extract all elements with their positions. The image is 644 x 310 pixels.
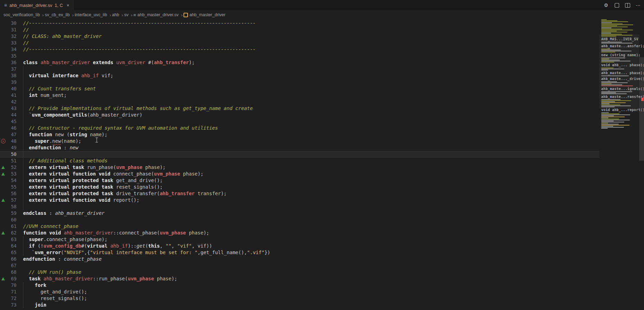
code-line[interactable]: 49 endfunction : new <box>0 144 599 151</box>
gutter-arrow[interactable] <box>0 171 6 177</box>
gutter[interactable] <box>0 59 6 66</box>
line-content[interactable]: extern virtual function void connect_pha… <box>23 171 204 177</box>
line-content[interactable]: // CLASS: ahb_master_driver <box>23 33 102 40</box>
code-line[interactable]: 50 <box>0 151 599 158</box>
code-line[interactable]: 42 <box>0 99 599 105</box>
gutter[interactable] <box>0 125 6 131</box>
gutter[interactable] <box>0 144 6 151</box>
gutter[interactable] <box>0 190 6 197</box>
gutter-error[interactable]: ✕ <box>0 138 6 144</box>
line-number[interactable]: 40 <box>6 86 17 92</box>
line-content[interactable]: // Provide implmentations of virtual met… <box>23 105 253 112</box>
gutter[interactable] <box>0 118 6 125</box>
more-actions-icon[interactable]: ⋯ <box>635 2 641 8</box>
code-line[interactable]: 44 `uvm_component_utils(ahb_master_drive… <box>0 112 599 118</box>
line-number[interactable]: 34 <box>6 46 17 53</box>
gutter[interactable] <box>0 20 6 27</box>
code-line[interactable]: 62function void ahb_master_driver::conne… <box>0 230 599 236</box>
line-number[interactable]: 32 <box>6 33 17 40</box>
gutter[interactable] <box>0 66 6 72</box>
line-number[interactable]: 33 <box>6 40 17 46</box>
line-number[interactable]: 31 <box>6 27 17 33</box>
code-line[interactable]: 64 if (!uvm_config_db#(virtual ahb_if)::… <box>0 243 599 249</box>
code-line[interactable]: 61//UVM connect_phase <box>0 223 599 230</box>
line-number[interactable]: 36 <box>6 59 17 66</box>
gutter[interactable] <box>0 99 6 105</box>
line-number[interactable]: 41 <box>6 92 17 99</box>
line-number[interactable]: 70 <box>6 282 17 289</box>
line-content[interactable]: task ahb_master_driver::run_phase(uvm_ph… <box>23 276 177 282</box>
gutter[interactable] <box>0 184 6 190</box>
code-line[interactable]: 60 <box>0 217 599 223</box>
line-content[interactable]: //UVM connect_phase <box>23 223 78 230</box>
gutter[interactable] <box>0 236 6 243</box>
gutter[interactable] <box>0 27 6 33</box>
code-line[interactable]: 34//------------------------------------… <box>0 46 599 53</box>
line-content[interactable]: `uvm_error("NOVIF",{"virtual interface m… <box>23 249 270 256</box>
gutter[interactable] <box>0 79 6 86</box>
gutter[interactable] <box>0 46 6 53</box>
line-content[interactable]: `uvm_component_utils(ahb_master_driver) <box>23 112 142 118</box>
line-content[interactable]: extern virtual protected task drive_tran… <box>23 190 227 197</box>
code-line[interactable]: 51 // Additional class methods <box>0 158 599 164</box>
line-number[interactable]: 72 <box>6 295 17 302</box>
line-content[interactable]: function new (string name); <box>23 131 107 138</box>
layout-icon[interactable] <box>614 2 620 8</box>
line-content[interactable]: get_and_drive(); <box>23 289 87 295</box>
line-number[interactable]: 73 <box>6 302 17 308</box>
code-line[interactable]: 54 extern virtual protected task get_and… <box>0 177 599 184</box>
line-content[interactable]: // UVM run() phase <box>23 269 81 276</box>
line-content[interactable]: //--------------------------------------… <box>23 20 256 27</box>
code-line[interactable]: 33// <box>0 40 599 46</box>
line-number[interactable]: 60 <box>6 217 17 223</box>
breadcrumb-item-interface-uvc-lib[interactable]: interface_uvc_lib› <box>75 12 111 18</box>
breadcrumb-item-ahb[interactable]: ahb› <box>112 12 123 18</box>
line-content[interactable]: super.connect_phase(phase); <box>23 236 107 243</box>
line-number[interactable]: 42 <box>6 99 17 105</box>
code-line[interactable]: ✕48 super.new(name); <box>0 138 599 144</box>
code-line[interactable]: 73 join <box>0 302 599 308</box>
code-line[interactable]: 35 <box>0 53 599 59</box>
breadcrumb-item-sv-cb-ex-lib[interactable]: sv_cb_ex_lib› <box>45 12 74 18</box>
gutter[interactable] <box>0 256 6 262</box>
line-number[interactable]: 38 <box>6 72 17 79</box>
gutter[interactable] <box>0 282 6 289</box>
gutter[interactable] <box>0 302 6 308</box>
code-line[interactable]: 69 task ahb_master_driver::run_phase(uvm… <box>0 276 599 282</box>
line-number[interactable]: 69 <box>6 276 17 282</box>
gutter[interactable] <box>0 243 6 249</box>
line-number[interactable]: 44 <box>6 112 17 118</box>
code-line[interactable]: 47 function new (string name); <box>0 131 599 138</box>
close-icon[interactable]: × <box>67 3 69 8</box>
tab-ahb-master-driver[interactable]: ≡ ahb_master_driver.sv 1, C × <box>0 0 74 10</box>
code-line[interactable]: 41 int num_sent; <box>0 92 599 99</box>
code-line[interactable]: 46 // Constructor - required syntax for … <box>0 125 599 131</box>
gutter[interactable] <box>0 151 6 158</box>
gutter[interactable] <box>0 33 6 40</box>
line-number[interactable]: 51 <box>6 158 17 164</box>
gutter[interactable] <box>0 177 6 184</box>
line-number[interactable]: 50 <box>6 151 17 158</box>
line-number[interactable]: 65 <box>6 249 17 256</box>
line-content[interactable]: endclass : ahb_master_driver <box>23 210 105 217</box>
code-line[interactable]: 30//------------------------------------… <box>0 20 599 27</box>
code-line[interactable]: 59endclass : ahb_master_driver <box>0 210 599 217</box>
gutter[interactable] <box>0 131 6 138</box>
code-line[interactable]: 32// CLASS: ahb_master_driver <box>0 33 599 40</box>
line-number[interactable]: 35 <box>6 53 17 59</box>
gutter[interactable] <box>0 210 6 217</box>
gutter[interactable] <box>0 269 6 276</box>
code-line[interactable]: 63 super.connect_phase(phase); <box>0 236 599 243</box>
code-line[interactable]: 55 extern virtual protected task reset_s… <box>0 184 599 190</box>
line-number[interactable]: 64 <box>6 243 17 249</box>
gutter[interactable] <box>0 53 6 59</box>
line-number[interactable]: 58 <box>6 203 17 210</box>
line-content[interactable]: if (!uvm_config_db#(virtual ahb_if)::get… <box>23 243 212 249</box>
line-content[interactable]: join <box>23 302 46 308</box>
code-line[interactable]: 37 <box>0 66 599 72</box>
line-content[interactable]: function void ahb_master_driver::connect… <box>23 230 209 236</box>
gutter[interactable] <box>0 86 6 92</box>
gutter-arrow[interactable] <box>0 197 6 203</box>
gutter[interactable] <box>0 105 6 112</box>
gutter[interactable] <box>0 92 6 99</box>
